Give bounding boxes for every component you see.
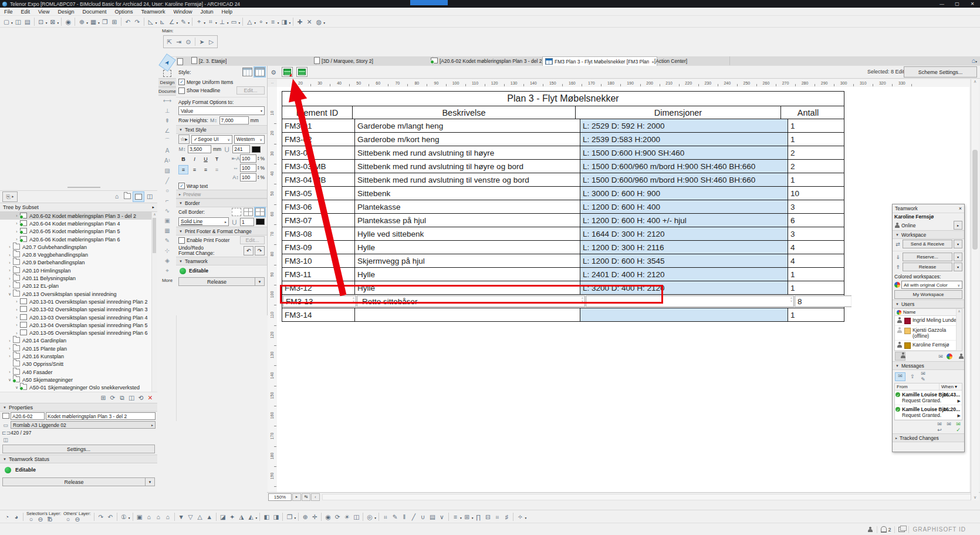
home-view-icon[interactable]: ⌂▾ [972,57,978,64]
column-header-dimensjoner[interactable]: Dimensjoner [576,106,781,119]
hotspot-tool-icon[interactable]: ⊹ [161,245,174,255]
cell-antall[interactable]: 6 [788,214,844,227]
apply-format-select[interactable]: Value▾ [178,106,265,115]
print-footer-checkbox[interactable] [178,237,185,244]
cell-element-id[interactable]: FM3-14 [282,308,355,321]
reserve-dropdown[interactable]: ▾ [954,253,962,261]
expander-icon[interactable]: › [14,331,19,335]
copy-icon[interactable]: ❐ [100,17,110,26]
border-inside-icon[interactable] [244,208,253,216]
save-icon[interactable]: ◫ [13,17,23,26]
user-row[interactable]: Kjersti Gazzola (offline) [895,326,962,341]
marker-up-filled-icon[interactable]: ▲ [205,512,214,521]
u-mark-icon[interactable]: ∪ [418,512,428,521]
cell-dimensjoner[interactable]: L: 1500 D:600/960 m/bord H:900 SH:460 BH… [580,160,788,173]
align-justify-button[interactable]: ≡ [212,165,222,174]
cell-antall[interactable]: 1 [788,268,844,281]
release-button[interactable]: Release▼ [2,477,155,486]
favorites-icon[interactable]: ☆▸ [178,134,190,144]
online-menu[interactable]: ▸ [954,221,962,230]
zoom-level[interactable]: 150% [268,493,292,501]
graphisoft-id-button[interactable]: GRAPHISOFT ID [913,526,966,533]
expander-icon[interactable]: › [7,346,12,351]
mesh-icon[interactable]: ⌗ [492,512,502,521]
marker-up-icon[interactable]: △ [195,512,205,521]
expander-icon[interactable]: › [7,268,12,272]
guide-lines-icon[interactable]: ⊾ [158,17,167,26]
tree-item[interactable]: ›A20.13-05 Oversiktsplan spesial innredn… [0,329,157,337]
close-button[interactable]: ✕ [965,0,980,8]
project-chooser-icon[interactable]: ⎘ ▸ [2,191,18,202]
message-row[interactable]: Kamille Louise Bjo...16:43...Request Gra… [895,391,962,405]
cell-element-id[interactable]: FM3-01 [282,119,355,132]
style-formatted-icon[interactable] [255,68,265,76]
tree-item[interactable]: ∨A50-01 Skjemategninger Oslo snekkerverk… [0,384,157,392]
expander-icon[interactable]: › [7,245,12,249]
text-tool-icon[interactable]: A [161,146,174,156]
spacing2-field[interactable]: 100 [240,164,256,172]
group-select-icon[interactable]: ⇱ [165,37,174,46]
copy-view-settings-icon[interactable]: ❐ [285,512,294,521]
teamwork-palette-title[interactable]: Teamwork× [893,204,964,213]
expander-icon[interactable]: › [7,284,12,288]
zoom-menu-button[interactable]: ▸ [292,493,301,501]
linear-dimension-tool-icon[interactable]: ⟷ [161,96,174,106]
infobox-teamwork-header[interactable]: ▼Teamwork [176,257,267,265]
menu-design[interactable]: Design [53,9,78,15]
marker-down-icon[interactable]: ▽ [186,512,195,521]
walk-icon[interactable]: ✦ [228,512,237,521]
spacing2-stepper[interactable]: ▲▼ [257,166,259,170]
column-header-beskrivelse[interactable]: Beskrivelse [353,106,576,119]
style-plain-icon[interactable] [242,68,252,76]
border-color-swatch[interactable] [256,218,265,225]
pending-requests-icon[interactable]: ⇪ [909,374,916,379]
headline-checkbox[interactable] [178,88,185,94]
when-column-header[interactable]: When ▾ [940,383,962,390]
find-select-icon[interactable]: ◉ [323,512,333,521]
cell-beskrivelse[interactable]: Skjermvegg på hjul [355,254,580,267]
column-header-element-id[interactable]: Element ID [282,106,353,119]
users-scrollbar[interactable]: ∧ [956,309,962,351]
cell-element-id[interactable]: FM3-02 [282,133,355,146]
cell-dimensjoner[interactable]: L: 3000 D: 600 H: 900 [580,187,788,200]
undo-view-icon[interactable]: ↶ [106,512,115,521]
pen-field[interactable]: 241 [232,145,250,153]
expander-icon[interactable]: › [14,214,19,218]
pen-set-icon[interactable]: ✎ [390,512,400,521]
snap-point-icon[interactable]: ⌖ [194,17,204,26]
border-none-icon[interactable] [232,208,241,216]
cell-dimensjoner[interactable]: L: 1200 D: 600 H: 400 [580,200,788,213]
tree-scrollbar[interactable]: ∧ [151,212,157,392]
new-layout-icon[interactable]: ⊞ [99,393,108,402]
trace-reference-icon[interactable]: △ [245,17,254,26]
story-lock-icon[interactable]: ⌂ [163,512,173,521]
cell-beskrivelse[interactable]: Hylle [355,268,580,281]
cell-element-id[interactable]: FM3-07 [282,214,355,227]
border-pen-field[interactable]: 1 [240,218,254,226]
snap-grid-icon[interactable]: ⌗ [206,17,215,26]
image-ref-icon[interactable]: ▣ [135,512,144,521]
element-info-icon[interactable]: ① [119,512,129,521]
spacing3-field[interactable]: 100 [240,173,256,181]
others-lock-icon[interactable]: ⊖ [73,516,82,522]
tracked-changes-header[interactable]: ▸Tracked Changes [893,433,964,442]
pick-up-parameters-icon[interactable]: ⊡ [36,17,46,26]
cell-antall[interactable]: 3 [788,227,844,240]
tab-5[interactable]: [Action Center] [652,56,730,65]
3d-settings-icon[interactable]: ◭ [246,512,256,521]
menu-edit[interactable]: Edit [17,9,35,15]
maximize-button[interactable]: ▢ [949,0,965,8]
quick-show-icon[interactable]: ◔ [2,512,12,521]
expander-icon[interactable]: ∨ [7,292,12,297]
cell-beskrivelse[interactable]: Sittebenk med rund avslutning til venstr… [355,173,580,186]
inbox-icon[interactable]: ✉ [895,372,905,381]
cell-antall[interactable]: 1 [788,281,844,294]
cell-beskrivelse[interactable]: Hylle ved sittebenk [355,227,580,240]
spacing1-stepper[interactable]: ▲▼ [257,156,259,161]
fill-tool-icon[interactable]: ▨ [161,166,174,176]
cell-element-id[interactable]: FM3-11 [282,268,355,281]
menu-teamwork[interactable]: Teamwork [137,9,169,15]
arc-circle-tool-icon[interactable]: ○ [161,186,174,196]
message-row[interactable]: Kamille Louise Bjo...16:20...Request Gra… [895,405,962,420]
redo-format-icon[interactable]: ↷ [255,246,265,255]
